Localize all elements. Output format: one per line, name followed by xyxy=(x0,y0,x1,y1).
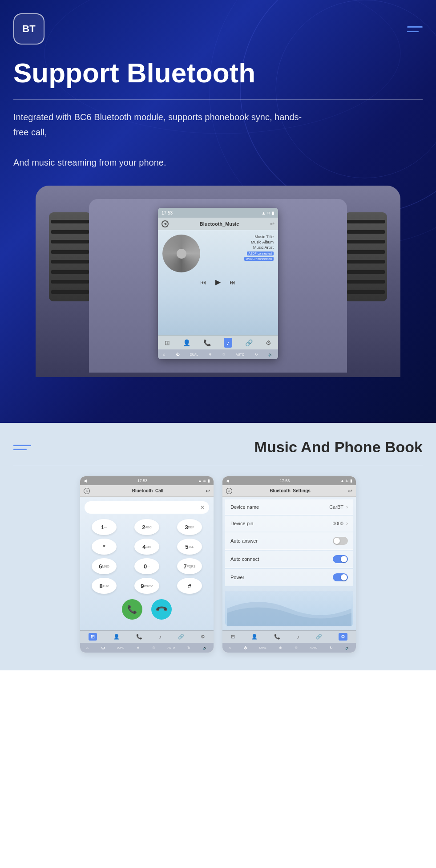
settings-ctrl-vol[interactable]: 🔊 xyxy=(345,646,350,650)
call-ctrl-recir[interactable]: ↻ xyxy=(187,646,190,650)
call-ctrl-ac[interactable]: ♲ xyxy=(152,646,155,650)
call-nav-settings[interactable]: ⚙ xyxy=(201,634,205,640)
dial-input[interactable]: ✕ xyxy=(85,501,209,514)
ctrl-home[interactable]: ⌂ xyxy=(163,353,166,357)
call-nav-user[interactable]: 👤 xyxy=(113,634,120,640)
device-pin-chevron: › xyxy=(346,520,348,527)
call-ctrl-bar: ⌂ ⏻ DUAL ❄ ♲ AUTO ↻ 🔊 xyxy=(80,643,214,653)
hamburger-line-2 xyxy=(407,31,419,32)
lower-hamburger-menu[interactable] xyxy=(13,445,31,450)
settings-ctrl-recir[interactable]: ↻ xyxy=(330,646,333,650)
settings-row-device-pin[interactable]: Device pin 0000 › xyxy=(225,516,353,531)
ctrl-power[interactable]: ⏻ xyxy=(176,353,179,357)
dial-key-3[interactable]: 3DEF xyxy=(177,519,202,535)
device-name-chevron: › xyxy=(346,504,348,510)
album-art xyxy=(162,235,200,272)
ctrl-vol[interactable]: 🔊 xyxy=(268,353,273,357)
music-controls: ⏮ ▶ ⏭ xyxy=(200,278,236,286)
auto-answer-label: Auto answer xyxy=(230,538,258,544)
call-ctrl-vol[interactable]: 🔊 xyxy=(203,646,207,650)
call-nav-link[interactable]: 🔗 xyxy=(178,634,184,640)
settings-nav-settings[interactable]: ⚙ xyxy=(339,633,347,641)
call-ctrl-home[interactable]: ⌂ xyxy=(86,646,89,650)
call-status-bar: ◀ 17:53 ▲ ≋ ▮ xyxy=(80,476,214,485)
settings-ctrl-ac[interactable]: ♲ xyxy=(295,646,298,650)
nav-back-button[interactable]: ◀ xyxy=(161,220,169,227)
call-screen-title: Bluetooth_Call xyxy=(132,488,164,493)
call-button[interactable]: 📞 xyxy=(122,599,142,620)
music-info: Music Title Music Album Music Artist A2D… xyxy=(206,235,274,261)
auto-connect-toggle[interactable] xyxy=(333,555,348,563)
dial-key-5[interactable]: 5JKL xyxy=(177,539,202,555)
nav-link-icon[interactable]: 🔗 xyxy=(245,339,253,346)
nav-user-icon[interactable]: 👤 xyxy=(183,339,190,346)
settings-nav-link[interactable]: 🔗 xyxy=(316,634,322,640)
settings-row-power: Power xyxy=(225,569,353,586)
hero-description: Integrated with BC6 Bluetooth module, su… xyxy=(13,110,316,170)
power-toggle[interactable] xyxy=(333,573,348,581)
dial-input-clear[interactable]: ✕ xyxy=(200,504,205,511)
dial-key-8[interactable]: 8TUV xyxy=(92,578,117,594)
settings-nav-menu[interactable]: ⊞ xyxy=(231,634,235,640)
dial-key-2[interactable]: 2ABC xyxy=(134,519,159,535)
nav-settings-icon[interactable]: ⚙ xyxy=(266,339,271,346)
settings-screen: ◀ 17:53 ▲ ≋ ▮ ⌂ Bluetooth_Settings ↩ Dev… xyxy=(222,476,356,653)
settings-nav-user[interactable]: 👤 xyxy=(251,634,258,640)
settings-ctrl-power[interactable]: ⏻ xyxy=(243,646,247,650)
settings-status-icons: ▲ ≋ ▮ xyxy=(340,479,352,483)
settings-nav: ⌂ Bluetooth_Settings ↩ xyxy=(222,485,356,497)
call-ctrl-fan[interactable]: ❄ xyxy=(137,646,140,650)
device-pin-value: 0000 › xyxy=(333,520,348,527)
hamburger-menu-button[interactable] xyxy=(407,26,423,32)
call-nav-return[interactable]: ↩ xyxy=(206,488,210,494)
next-button[interactable]: ⏭ xyxy=(230,279,236,286)
dial-key-hash[interactable]: # xyxy=(177,578,202,594)
hamburger-line-1 xyxy=(407,26,423,28)
music-album: Music Album xyxy=(206,240,274,244)
settings-time: 17:53 xyxy=(280,479,290,483)
call-nav-menu[interactable]: ⊞ xyxy=(89,633,97,641)
settings-nav-back[interactable]: ⌂ xyxy=(226,488,232,494)
dial-key-0[interactable]: 0— xyxy=(134,558,159,574)
play-button[interactable]: ▶ xyxy=(215,278,221,286)
dial-key-1[interactable]: 1— xyxy=(92,519,117,535)
hero-section: BT Support Bluetooth Integrated with BC6… xyxy=(0,0,436,423)
right-vent xyxy=(345,212,387,301)
settings-ctrl-fan[interactable]: ❄ xyxy=(279,646,282,650)
settings-content: Device name CarBT › Device pin 0000 › xyxy=(222,497,356,630)
settings-back-arrow[interactable]: ◀ xyxy=(226,479,229,483)
call-back-arrow[interactable]: ◀ xyxy=(84,479,87,483)
call-ctrl-power[interactable]: ⏻ xyxy=(101,646,105,650)
dial-key-7[interactable]: 7PQRS xyxy=(177,558,202,574)
call-bottom-nav: ⊞ 👤 📞 ♪ 🔗 ⚙ xyxy=(80,630,214,643)
nav-menu-icon[interactable]: ⊞ xyxy=(165,339,170,346)
nav-return-icon[interactable]: ↩ xyxy=(270,221,275,227)
settings-nav-return[interactable]: ↩ xyxy=(348,488,352,494)
lower-divider xyxy=(13,465,423,465)
ctrl-fan[interactable]: ❄ xyxy=(209,353,212,357)
nav-music-icon[interactable]: ♪ xyxy=(224,338,232,348)
settings-nav-music[interactable]: ♪ xyxy=(297,634,299,640)
ctrl-recir[interactable]: ↻ xyxy=(255,353,258,357)
ctrl-ac[interactable]: ♲ xyxy=(222,353,225,357)
auto-answer-toggle[interactable] xyxy=(333,537,348,545)
call-nav-back[interactable]: ⌂ xyxy=(84,488,90,494)
settings-screen-title: Bluetooth_Settings xyxy=(270,488,311,493)
screen-content: Music Title Music Album Music Artist A2D… xyxy=(158,230,278,335)
call-nav-phone[interactable]: 📞 xyxy=(136,634,142,640)
dial-key-4[interactable]: 4GHI xyxy=(134,539,159,555)
auto-answer-toggle-knob xyxy=(334,538,340,544)
settings-row-device-name[interactable]: Device name CarBT › xyxy=(225,499,353,515)
prev-button[interactable]: ⏮ xyxy=(200,279,206,286)
end-call-button[interactable]: 📞 xyxy=(147,595,176,624)
dial-key-6[interactable]: 6MNO xyxy=(92,558,117,574)
settings-nav-phone[interactable]: 📞 xyxy=(274,634,280,640)
dial-key-9[interactable]: 9WXYZ xyxy=(134,578,159,594)
nav-phone-icon[interactable]: 📞 xyxy=(203,339,211,346)
hero-divider xyxy=(13,99,423,100)
settings-ctrl-home[interactable]: ⌂ xyxy=(229,646,231,650)
auto-connect-label: Auto connect xyxy=(230,556,259,562)
settings-row-auto-answer: Auto answer xyxy=(225,532,353,550)
dial-key-star[interactable]: * xyxy=(92,539,117,555)
call-nav-music[interactable]: ♪ xyxy=(159,634,161,640)
